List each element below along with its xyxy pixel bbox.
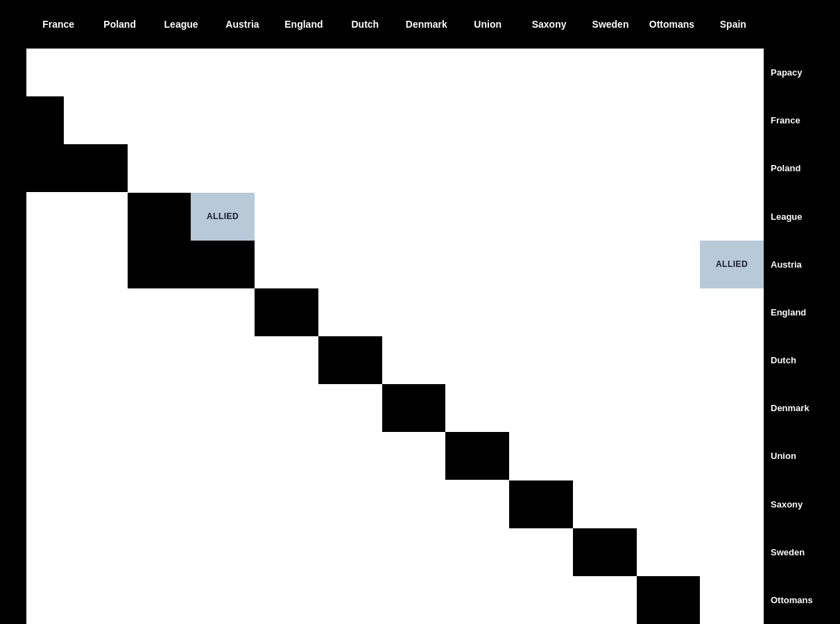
- row-sweden: Sweden: [764, 528, 840, 576]
- row-austria: Austria: [764, 241, 840, 288]
- row-union: Union: [764, 432, 840, 480]
- col-ottomans: Ottomans: [641, 19, 702, 30]
- matrix-container: France Poland League Austria England Dut…: [0, 0, 840, 624]
- row-ottomans: Ottomans: [764, 576, 840, 624]
- cell-r4-c3: [191, 241, 255, 288]
- column-headers: France Poland League Austria England Dut…: [0, 0, 840, 49]
- col-union: Union: [457, 19, 518, 30]
- col-poland: Poland: [89, 19, 150, 30]
- col-england: England: [273, 19, 334, 30]
- cell-r9-c8: [509, 480, 573, 528]
- cell-r10-c9: [573, 528, 637, 576]
- col-spain: Spain: [703, 19, 764, 30]
- row-france: France: [764, 96, 840, 144]
- col-league: League: [151, 19, 212, 30]
- row-papacy: Papacy: [764, 49, 840, 96]
- col-france: France: [28, 19, 89, 30]
- row-denmark: Denmark: [764, 384, 840, 432]
- col-denmark: Denmark: [396, 19, 457, 30]
- cell-r4-c2: [128, 241, 191, 288]
- cell-r5-c4: [255, 288, 318, 336]
- col-austria: Austria: [212, 19, 273, 30]
- row-poland: Poland: [764, 144, 840, 192]
- allied-cell-r3-c3[interactable]: ALLIED: [191, 193, 255, 241]
- cell-r2-c1: [64, 144, 128, 192]
- cell-r7-c6: [382, 384, 446, 432]
- cell-r6-c5: [318, 336, 382, 384]
- left-strip: [0, 49, 26, 624]
- col-dutch: Dutch: [334, 19, 395, 30]
- col-sweden: Sweden: [580, 19, 641, 30]
- row-england: England: [764, 288, 840, 336]
- allied-austria-spain[interactable]: ALLIED: [700, 241, 764, 288]
- grid-area: ALLIED: [0, 49, 764, 624]
- cell-r8-c7: [445, 432, 509, 480]
- row-labels: Papacy France Poland League Austria Engl…: [764, 49, 840, 624]
- cell-r11-c10: [637, 576, 701, 624]
- row-dutch: Dutch: [764, 336, 840, 384]
- row-league: League: [764, 193, 840, 241]
- col-saxony: Saxony: [518, 19, 579, 30]
- row-saxony: Saxony: [764, 480, 840, 528]
- cell-r3-c2: [128, 193, 191, 241]
